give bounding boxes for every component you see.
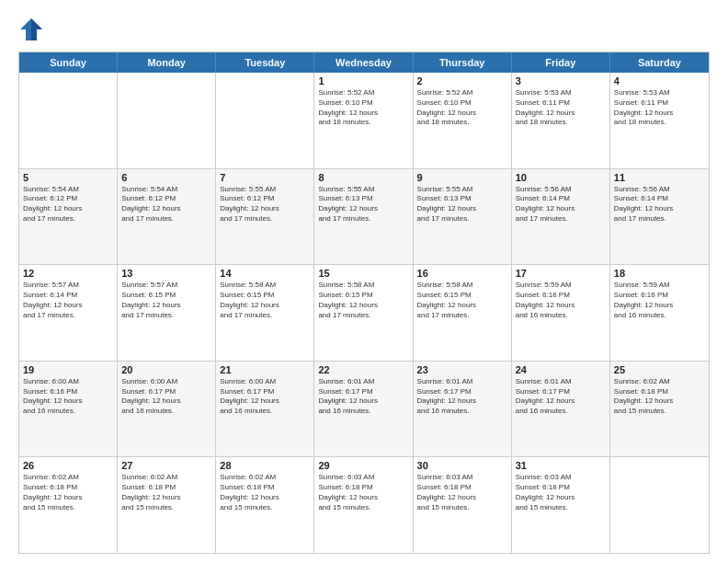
day-number: 24 <box>516 364 606 375</box>
header-cell-saturday: Saturday <box>610 52 709 73</box>
day-number: 15 <box>318 268 408 279</box>
day-number: 23 <box>417 364 507 375</box>
day-cell-14: 14Sunrise: 5:58 AMSunset: 6:15 PMDayligh… <box>216 265 314 361</box>
day-cell-19: 19Sunrise: 6:00 AMSunset: 6:16 PMDayligh… <box>19 362 118 457</box>
day-cell-20: 20Sunrise: 6:00 AMSunset: 6:17 PMDayligh… <box>118 362 216 457</box>
empty-cell <box>19 73 118 168</box>
day-number: 19 <box>23 364 113 375</box>
day-info: Sunrise: 5:54 AMSunset: 6:12 PMDaylight:… <box>121 185 211 224</box>
day-cell-6: 6Sunrise: 5:54 AMSunset: 6:12 PMDaylight… <box>118 169 216 265</box>
day-number: 27 <box>121 460 211 471</box>
logo-icon <box>18 17 44 42</box>
day-number: 3 <box>516 75 606 86</box>
week-row-1: 1Sunrise: 5:52 AMSunset: 6:10 PMDaylight… <box>19 73 709 168</box>
header-cell-friday: Friday <box>512 52 610 73</box>
day-info: Sunrise: 6:02 AMSunset: 6:18 PMDaylight:… <box>23 473 113 512</box>
header-cell-sunday: Sunday <box>19 52 118 73</box>
day-number: 28 <box>220 460 310 471</box>
day-number: 2 <box>417 75 507 86</box>
day-info: Sunrise: 5:56 AMSunset: 6:14 PMDaylight:… <box>516 185 606 224</box>
header-cell-tuesday: Tuesday <box>216 52 314 73</box>
day-info: Sunrise: 5:57 AMSunset: 6:15 PMDaylight:… <box>121 281 211 320</box>
svg-marker-1 <box>31 18 42 40</box>
day-number: 21 <box>220 364 310 375</box>
day-info: Sunrise: 6:02 AMSunset: 6:18 PMDaylight:… <box>614 377 705 417</box>
logo <box>18 17 48 42</box>
day-number: 20 <box>121 364 211 375</box>
day-cell-28: 28Sunrise: 6:02 AMSunset: 6:18 PMDayligh… <box>216 457 314 553</box>
day-cell-2: 2Sunrise: 5:52 AMSunset: 6:10 PMDaylight… <box>414 73 512 168</box>
day-cell-26: 26Sunrise: 6:02 AMSunset: 6:18 PMDayligh… <box>19 457 118 553</box>
day-cell-31: 31Sunrise: 6:03 AMSunset: 6:18 PMDayligh… <box>512 457 610 553</box>
day-cell-29: 29Sunrise: 6:03 AMSunset: 6:18 PMDayligh… <box>314 457 413 553</box>
day-cell-24: 24Sunrise: 6:01 AMSunset: 6:17 PMDayligh… <box>512 362 610 457</box>
day-info: Sunrise: 5:58 AMSunset: 6:15 PMDaylight:… <box>318 281 408 320</box>
day-cell-1: 1Sunrise: 5:52 AMSunset: 6:10 PMDaylight… <box>314 73 413 168</box>
day-info: Sunrise: 6:02 AMSunset: 6:18 PMDaylight:… <box>121 473 211 512</box>
day-cell-13: 13Sunrise: 5:57 AMSunset: 6:15 PMDayligh… <box>118 265 216 361</box>
header-cell-thursday: Thursday <box>414 52 512 73</box>
day-number: 4 <box>614 75 705 86</box>
calendar-body: 1Sunrise: 5:52 AMSunset: 6:10 PMDaylight… <box>19 73 709 553</box>
day-number: 26 <box>23 460 113 471</box>
day-number: 30 <box>417 460 507 471</box>
day-cell-17: 17Sunrise: 5:59 AMSunset: 6:16 PMDayligh… <box>512 265 610 361</box>
day-info: Sunrise: 5:52 AMSunset: 6:10 PMDaylight:… <box>318 88 408 128</box>
day-cell-21: 21Sunrise: 6:00 AMSunset: 6:17 PMDayligh… <box>216 362 314 457</box>
day-number: 10 <box>516 172 606 183</box>
day-cell-11: 11Sunrise: 5:56 AMSunset: 6:14 PMDayligh… <box>610 169 709 265</box>
day-number: 29 <box>318 460 408 471</box>
day-info: Sunrise: 5:53 AMSunset: 6:11 PMDaylight:… <box>516 88 606 128</box>
day-number: 12 <box>23 268 113 279</box>
day-info: Sunrise: 6:00 AMSunset: 6:16 PMDaylight:… <box>23 377 113 417</box>
week-row-2: 5Sunrise: 5:54 AMSunset: 6:12 PMDaylight… <box>19 168 709 265</box>
day-number: 6 <box>121 172 211 183</box>
day-cell-30: 30Sunrise: 6:03 AMSunset: 6:18 PMDayligh… <box>414 457 512 553</box>
day-info: Sunrise: 6:01 AMSunset: 6:17 PMDaylight:… <box>516 377 606 417</box>
day-info: Sunrise: 5:56 AMSunset: 6:14 PMDaylight:… <box>614 185 705 224</box>
day-cell-27: 27Sunrise: 6:02 AMSunset: 6:18 PMDayligh… <box>118 457 216 553</box>
day-info: Sunrise: 6:00 AMSunset: 6:17 PMDaylight:… <box>121 377 211 417</box>
calendar: SundayMondayTuesdayWednesdayThursdayFrid… <box>18 52 710 554</box>
day-cell-15: 15Sunrise: 5:58 AMSunset: 6:15 PMDayligh… <box>314 265 413 361</box>
day-cell-12: 12Sunrise: 5:57 AMSunset: 6:14 PMDayligh… <box>19 265 118 361</box>
empty-cell <box>216 73 314 168</box>
day-info: Sunrise: 5:55 AMSunset: 6:12 PMDaylight:… <box>220 185 310 224</box>
week-row-3: 12Sunrise: 5:57 AMSunset: 6:14 PMDayligh… <box>19 264 709 361</box>
day-cell-16: 16Sunrise: 5:58 AMSunset: 6:15 PMDayligh… <box>414 265 512 361</box>
day-number: 18 <box>614 268 705 279</box>
day-info: Sunrise: 6:01 AMSunset: 6:17 PMDaylight:… <box>417 377 507 417</box>
day-number: 11 <box>614 172 705 183</box>
day-info: Sunrise: 6:00 AMSunset: 6:17 PMDaylight:… <box>220 377 310 417</box>
day-number: 22 <box>318 364 408 375</box>
day-cell-18: 18Sunrise: 5:59 AMSunset: 6:16 PMDayligh… <box>610 265 709 361</box>
day-info: Sunrise: 6:03 AMSunset: 6:18 PMDaylight:… <box>318 473 408 512</box>
day-info: Sunrise: 6:03 AMSunset: 6:18 PMDaylight:… <box>516 473 606 512</box>
day-cell-8: 8Sunrise: 5:55 AMSunset: 6:13 PMDaylight… <box>314 169 413 265</box>
day-info: Sunrise: 6:03 AMSunset: 6:18 PMDaylight:… <box>417 473 507 512</box>
day-number: 31 <box>516 460 606 471</box>
day-number: 17 <box>516 268 606 279</box>
empty-cell <box>610 457 709 553</box>
day-info: Sunrise: 5:58 AMSunset: 6:15 PMDaylight:… <box>417 281 507 320</box>
day-info: Sunrise: 6:01 AMSunset: 6:17 PMDaylight:… <box>318 377 408 417</box>
header-cell-monday: Monday <box>118 52 216 73</box>
calendar-header: SundayMondayTuesdayWednesdayThursdayFrid… <box>19 52 709 73</box>
day-number: 1 <box>318 75 408 86</box>
page: SundayMondayTuesdayWednesdayThursdayFrid… <box>0 0 728 563</box>
day-cell-4: 4Sunrise: 5:53 AMSunset: 6:11 PMDaylight… <box>610 73 709 168</box>
day-number: 9 <box>417 172 507 183</box>
day-info: Sunrise: 5:59 AMSunset: 6:16 PMDaylight:… <box>516 281 606 320</box>
day-cell-10: 10Sunrise: 5:56 AMSunset: 6:14 PMDayligh… <box>512 169 610 265</box>
day-number: 16 <box>417 268 507 279</box>
day-info: Sunrise: 5:58 AMSunset: 6:15 PMDaylight:… <box>220 281 310 320</box>
day-number: 7 <box>220 172 310 183</box>
day-cell-7: 7Sunrise: 5:55 AMSunset: 6:12 PMDaylight… <box>216 169 314 265</box>
day-cell-5: 5Sunrise: 5:54 AMSunset: 6:12 PMDaylight… <box>19 169 118 265</box>
day-number: 13 <box>121 268 211 279</box>
day-info: Sunrise: 6:02 AMSunset: 6:18 PMDaylight:… <box>220 473 310 512</box>
day-cell-3: 3Sunrise: 5:53 AMSunset: 6:11 PMDaylight… <box>512 73 610 168</box>
day-cell-9: 9Sunrise: 5:55 AMSunset: 6:13 PMDaylight… <box>414 169 512 265</box>
week-row-4: 19Sunrise: 6:00 AMSunset: 6:16 PMDayligh… <box>19 361 709 457</box>
day-number: 14 <box>220 268 310 279</box>
